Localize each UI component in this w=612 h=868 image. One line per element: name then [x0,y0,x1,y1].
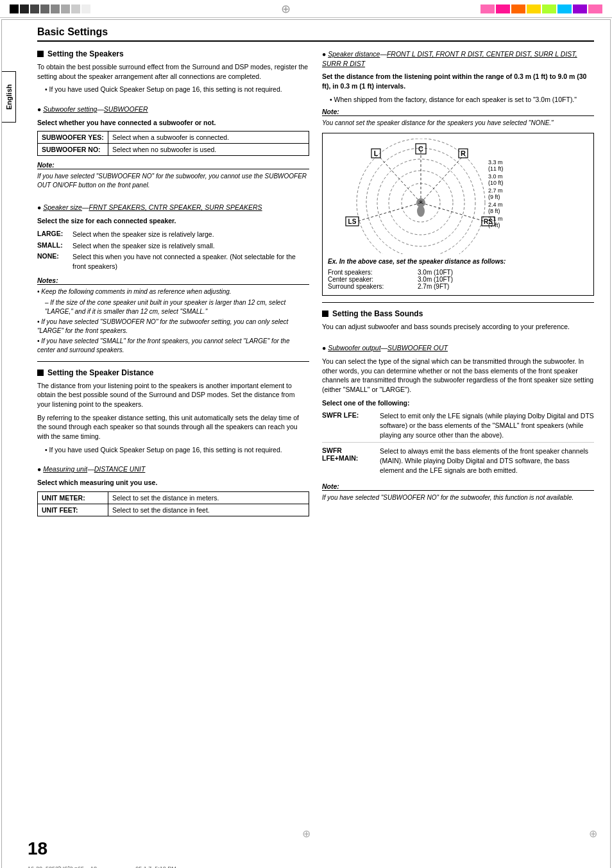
svg-text:(11 ft): (11 ft) [488,166,504,172]
note4-title: Note: [322,482,594,491]
speaker-size-options: LARGE: Select when the speaker size is r… [37,230,309,271]
subwoofer-yes-label: SUBWOOFER YES: [38,132,108,143]
none-desc: Select this when you have not connected … [72,252,309,271]
front-speakers-label: Front speakers: [328,269,411,276]
large-label: LARGE: [37,230,72,239]
svg-text:2.7 m: 2.7 m [488,187,503,194]
crosshair-icon: ⊕ [281,2,291,16]
center-speaker-label: Center speaker: [328,276,411,283]
section-separator-right [322,302,594,303]
surround-speakers-value: 2.7m (9FT) [418,283,588,290]
subwoofer-bold: Select whether you have connected a subw… [37,118,309,128]
large-desc: Select when the speaker size is relative… [72,230,309,239]
unit-meter-desc: Select to set the distance in meters. [108,492,309,504]
small-desc: Select when the speaker size is relative… [72,241,309,251]
right-column: ● Speaker distance—FRONT L DIST, FRONT R… [322,49,594,522]
front-speakers-row: Front speakers: 3.0m (10FT) [328,269,588,276]
measuring-unit-name: ● Measuring unit—DISTANCE UNIT [37,464,309,474]
bottom-crosshair-icon: ⊕ [302,828,310,839]
note3-text: You cannot set the speaker distance for … [322,119,594,128]
svg-text:LS: LS [348,218,357,225]
subsection-distance-title: Setting the Speaker Distance [37,368,309,377]
subsection-bass-title: Setting the Bass Sounds [322,309,594,318]
black-square-icon2 [37,370,44,376]
small-row: SMALL: Select when the speaker size is r… [37,241,309,251]
diagram-caption: Ex. In the above case, set the speaker d… [328,258,588,265]
subwoofer-yes-desc: Select when a subwoofer is connected. [108,132,309,143]
unit-meter-label: UNIT METER: [38,492,108,504]
swfr-lfe-main-row: SWFR LFE+MAIN: Select to always emit the… [322,447,594,477]
swfr-lfe-label: SWFR LFE: [322,411,380,439]
subwoofer-setting-name: ● Subwoofer setting—SUBWOOFER [37,105,309,114]
note1-title: Note: [37,161,309,169]
subwoofer-output-name: ● Subwoofer output—SUBWOOFER OUT [322,343,594,353]
surround-speakers-row: Surround speakers: 2.7m (9FT) [328,283,588,290]
subwoofer-no-desc: Select when no subwoofer is used. [108,144,309,155]
svg-text:R: R [461,149,466,157]
svg-text:3.3 m: 3.3 m [488,159,503,166]
svg-text:L: L [374,149,378,157]
speaker-distance-bullet1: When shipped from the factory, distance … [330,95,594,105]
black-square-icon [37,51,44,57]
note4-text: If you have selected "SUBWOOFER NO" for … [322,493,594,502]
black-square-icon3 [322,311,328,317]
subwoofer-output-desc: You can select the type of the signal wh… [322,357,594,395]
left-column: Setting the Speakers To obtain the best … [37,49,309,522]
swfr-table: SWFR LFE: Select to emit only the LFE si… [322,411,594,477]
none-row: NONE: Select this when you have not conn… [37,252,309,271]
diagram-example-table: Front speakers: 3.0m (10FT) Center speak… [328,269,588,290]
svg-text:(8 ft): (8 ft) [488,208,500,214]
notes2-item2: – If the size of the cone speaker unit b… [45,298,309,316]
svg-text:C: C [418,145,423,153]
svg-point-6 [417,205,425,217]
page-number: 18 [28,838,47,859]
notes2-item3: • If you have selected "SUBWOOFER NO" fo… [37,318,309,336]
subwoofer-no-label: SUBWOOFER NO: [38,144,108,155]
speaker-size-name: ● Speaker size—FRNT SPEAKERS, CNTR SPEAK… [37,203,309,212]
speaker-size-bold: Select the size for each connected speak… [37,216,309,226]
center-speaker-value: 3.0m (10FT) [418,276,588,283]
unit-feet-desc: Select to set the distance in feet. [108,504,309,516]
bottom-right-crosshair-icon: ⊕ [589,828,597,839]
speakers-intro: To obtain the best possible surround eff… [37,62,309,81]
surround-speakers-label: Surround speakers: [328,283,411,290]
select-one-bold: Select one of the following: [322,398,594,408]
small-label: SMALL: [37,241,72,251]
language-tab: English [2,71,16,123]
notes2-title: Notes: [37,277,309,285]
speakers-bullet1: If you have used Quick Speaker Setup on … [45,85,309,94]
large-row: LARGE: Select when the speaker size is r… [37,230,309,239]
note3-title: Note: [322,108,594,116]
section-title: Basic Settings [37,26,594,42]
unit-meter-row: UNIT METER: Select to set the distance i… [38,492,309,504]
measuring-unit-table: UNIT METER: Select to set the distance i… [37,491,309,516]
note4-box: Note: If you have selected "SUBWOOFER NO… [322,482,594,502]
footer-info: 16-20_5052[US]2.p65 18 05.1.7, 5:10 PM [28,865,176,868]
notes2-item4: • If you have selected "SMALL" for the f… [37,337,309,355]
front-speakers-value: 3.0m (10FT) [418,269,588,276]
speaker-diagram-svg: C L R LS RS 3.3 m [328,139,514,254]
section-separator [37,361,309,362]
swfr-lfe-row: SWFR LFE: Select to emit only the LFE si… [322,411,594,443]
unit-feet-row: UNIT FEET: Select to set the distance in… [38,504,309,516]
none-label: NONE: [37,252,72,271]
notes2-box: Notes: • Keep the following comments in … [37,277,309,355]
svg-line-8 [379,157,421,203]
speaker-diagram: C L R LS RS 3.3 m [322,133,594,296]
bass-intro: You can adjust subwoofer and bass sounds… [322,322,594,332]
deco-bar-right [480,4,602,13]
svg-text:(10 ft): (10 ft) [488,180,504,186]
note3-box: Note: You cannot set the speaker distanc… [322,108,594,128]
svg-text:(7 ft): (7 ft) [488,222,500,228]
center-speaker-row: Center speaker: 3.0m (10FT) [328,276,588,283]
note1-box: Note: If you have selected "SUBWOOFER NO… [37,161,309,190]
note1-text: If you have selected "SUBWOOFER NO" for … [37,172,309,190]
svg-text:2.1 m: 2.1 m [488,216,503,222]
unit-feet-label: UNIT FEET: [38,504,108,516]
distance-bullet1: If you have used Quick Speaker Setup on … [45,445,309,455]
speaker-distance-bold: Set the distance from the listening poin… [322,72,594,90]
distance-para1: The distance from your listening point t… [37,381,309,409]
swfr-lfe-desc: Select to emit only the LFE signals (whi… [380,411,594,439]
subwoofer-options-table: SUBWOOFER YES: Select when a subwoofer i… [37,131,309,156]
svg-text:3.0 m: 3.0 m [488,173,503,180]
